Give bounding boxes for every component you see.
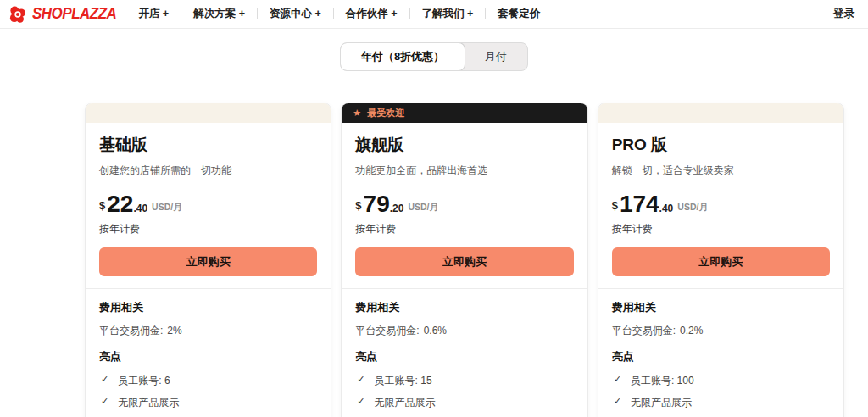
plan-card-pro: PRO 版 解锁一切，适合专业级卖家 $ 174 .40 USD/月 按年计费 … — [598, 103, 844, 417]
price-unit: USD/月 — [677, 203, 708, 212]
fees-heading: 费用相关 — [99, 300, 317, 315]
plan-name: 基础版 — [99, 134, 317, 156]
feature-item: ✓员工账号: 100 — [612, 374, 830, 388]
plan-badge-strip — [598, 103, 843, 123]
plan-details: 费用相关 平台交易佣金:0.2% 亮点 ✓员工账号: 100 ✓无限产品展示 ✓… — [598, 289, 843, 417]
price-decimal: .40 — [133, 203, 147, 214]
plan-badge-strip — [86, 103, 331, 123]
fees-heading: 费用相关 — [612, 300, 830, 315]
plan-header: PRO 版 解锁一切，适合专业级卖家 $ 174 .40 USD/月 按年计费 … — [598, 123, 843, 288]
star-icon: ★ — [353, 108, 361, 119]
plan-description: 创建您的店铺所需的一切功能 — [99, 164, 317, 178]
price-unit: USD/月 — [408, 203, 438, 212]
toggle-annual[interactable]: 年付（8折优惠） — [341, 43, 465, 70]
price-unit: USD/月 — [152, 203, 182, 212]
buy-now-button[interactable]: 立即购买 — [355, 247, 573, 276]
plan-price: $ 174 .40 USD/月 — [612, 192, 830, 216]
buy-now-button[interactable]: 立即购买 — [612, 247, 830, 276]
plan-price: $ 79 .20 USD/月 — [355, 192, 573, 216]
billing-note: 按年计费 — [99, 222, 317, 236]
login-link[interactable]: 登录 — [833, 7, 854, 21]
commission-value: 2% — [167, 325, 181, 336]
feature-item: ✓员工账号: 15 — [355, 374, 573, 388]
feature-label: 无限产品展示 — [118, 396, 179, 410]
plan-card-basic: 基础版 创建您的店铺所需的一切功能 $ 22 .40 USD/月 按年计费 立即… — [85, 103, 331, 417]
commission-line: 平台交易佣金:2% — [99, 324, 317, 338]
commission-value: 0.2% — [680, 325, 703, 336]
feature-item: ✓无限产品展示 — [355, 396, 573, 410]
feature-label: 员工账号: 100 — [631, 374, 694, 388]
feature-label: 员工账号: 15 — [375, 374, 432, 388]
check-icon: ✓ — [357, 396, 364, 407]
shoplazza-flower-icon — [8, 5, 27, 24]
highlights-heading: 亮点 — [612, 349, 830, 364]
check-icon: ✓ — [614, 396, 621, 407]
fees-heading: 费用相关 — [355, 300, 573, 315]
plan-details: 费用相关 平台交易佣金:2% 亮点 ✓员工账号: 6 ✓无限产品展示 ✓免费主题… — [86, 289, 331, 417]
nav-item-about[interactable]: 了解我们 + — [419, 7, 477, 21]
plan-header: 旗舰版 功能更加全面，品牌出海首选 $ 79 .20 USD/月 按年计费 立即… — [342, 123, 587, 288]
price-decimal: .20 — [390, 203, 404, 214]
nav-divider — [333, 8, 334, 19]
billing-note: 按年计费 — [612, 222, 830, 236]
nav-divider — [409, 8, 410, 19]
nav-divider — [485, 8, 486, 19]
feature-list: ✓员工账号: 100 ✓无限产品展示 ✓免费主题 ✓多渠道流量跟踪 ✓智能商品推… — [612, 374, 830, 417]
feature-label: 无限产品展示 — [631, 396, 692, 410]
check-icon: ✓ — [357, 374, 364, 385]
highlights-heading: 亮点 — [355, 349, 573, 364]
brand-wordmark: SHOPLAZZA — [32, 5, 116, 23]
navbar: SHOPLAZZA 开店 + 解决方案 + 资源中心 + 合作伙伴 + 了解我们… — [0, 0, 868, 29]
nav-item-partners[interactable]: 合作伙伴 + — [342, 7, 401, 21]
plan-details: 费用相关 平台交易佣金:0.6% 亮点 ✓员工账号: 15 ✓无限产品展示 ✓免… — [342, 289, 587, 417]
feature-list: ✓员工账号: 6 ✓无限产品展示 ✓免费主题 ✓多渠道流量跟踪 ✓智能商品推荐 … — [99, 374, 317, 417]
most-popular-badge: ★ 最受欢迎 — [342, 103, 587, 123]
price-integer: 79 — [364, 192, 390, 216]
price-decimal: .40 — [659, 203, 674, 214]
highlights-heading: 亮点 — [99, 349, 317, 364]
nav-divider — [181, 8, 181, 19]
commission-value: 0.6% — [424, 325, 447, 336]
nav-divider — [257, 8, 258, 19]
feature-item: ✓无限产品展示 — [612, 396, 830, 410]
feature-item: ✓无限产品展示 — [99, 396, 317, 410]
plan-card-flagship: ★ 最受欢迎 旗舰版 功能更加全面，品牌出海首选 $ 79 .20 USD/月 … — [341, 103, 587, 417]
billing-toggle-wrap: 年付（8折优惠） 月付 — [0, 42, 868, 71]
plans-row: 基础版 创建您的店铺所需的一切功能 $ 22 .40 USD/月 按年计费 立即… — [0, 103, 868, 417]
check-icon: ✓ — [101, 396, 108, 407]
check-icon: ✓ — [614, 374, 621, 385]
plan-name: 旗舰版 — [355, 134, 573, 156]
commission-line: 平台交易佣金:0.6% — [355, 324, 573, 338]
price-integer: 174 — [620, 192, 659, 216]
billing-note: 按年计费 — [355, 222, 573, 236]
brand-logo[interactable]: SHOPLAZZA — [8, 5, 116, 24]
nav-item-pricing[interactable]: 套餐定价 — [494, 7, 543, 21]
plan-price: $ 22 .40 USD/月 — [99, 192, 317, 216]
price-integer: 22 — [107, 192, 133, 216]
main-nav: 开店 + 解决方案 + 资源中心 + 合作伙伴 + 了解我们 + 套餐定价 — [135, 7, 543, 21]
plan-description: 功能更加全面，品牌出海首选 — [355, 164, 573, 178]
nav-item-open-store[interactable]: 开店 + — [135, 7, 172, 21]
nav-item-resources[interactable]: 资源中心 + — [266, 7, 325, 21]
feature-label: 无限产品展示 — [375, 396, 436, 410]
plan-name: PRO 版 — [612, 134, 830, 156]
plan-description: 解锁一切，适合专业级卖家 — [612, 164, 830, 178]
plan-header: 基础版 创建您的店铺所需的一切功能 $ 22 .40 USD/月 按年计费 立即… — [86, 123, 331, 288]
badge-label: 最受欢迎 — [367, 107, 404, 120]
feature-label: 员工账号: 6 — [118, 374, 170, 388]
feature-item: ✓员工账号: 6 — [99, 374, 317, 388]
price-currency: $ — [612, 200, 618, 211]
buy-now-button[interactable]: 立即购买 — [99, 247, 317, 276]
feature-list: ✓员工账号: 15 ✓无限产品展示 ✓免费主题 ✓多渠道流量跟踪 ✓智能商品推荐… — [355, 374, 573, 417]
price-currency: $ — [99, 200, 105, 211]
toggle-monthly[interactable]: 月付 — [465, 43, 527, 70]
commission-label: 平台交易佣金: — [99, 325, 163, 336]
price-currency: $ — [355, 200, 361, 211]
check-icon: ✓ — [101, 374, 108, 385]
commission-line: 平台交易佣金:0.2% — [612, 324, 830, 338]
nav-item-solutions[interactable]: 解决方案 + — [190, 7, 248, 21]
billing-toggle: 年付（8折优惠） 月付 — [340, 42, 528, 71]
commission-label: 平台交易佣金: — [355, 325, 419, 336]
commission-label: 平台交易佣金: — [612, 325, 676, 336]
